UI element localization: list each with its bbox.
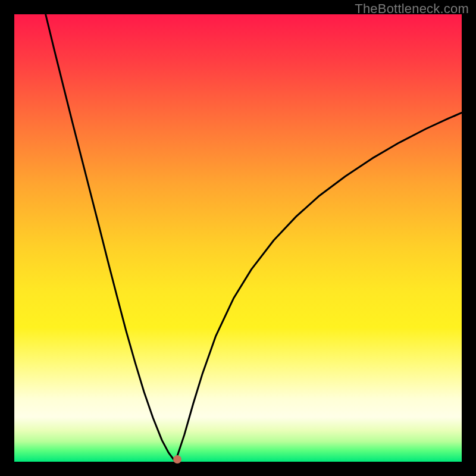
watermark-label: TheBottleneck.com — [355, 1, 469, 17]
chart-frame: TheBottleneck.com — [0, 0, 476, 476]
chart-plot-area — [14, 14, 462, 462]
curve-left-branch — [46, 14, 176, 462]
optimal-point-marker — [173, 455, 181, 464]
curve-right-branch — [176, 112, 462, 462]
bottleneck-curve — [14, 14, 462, 462]
